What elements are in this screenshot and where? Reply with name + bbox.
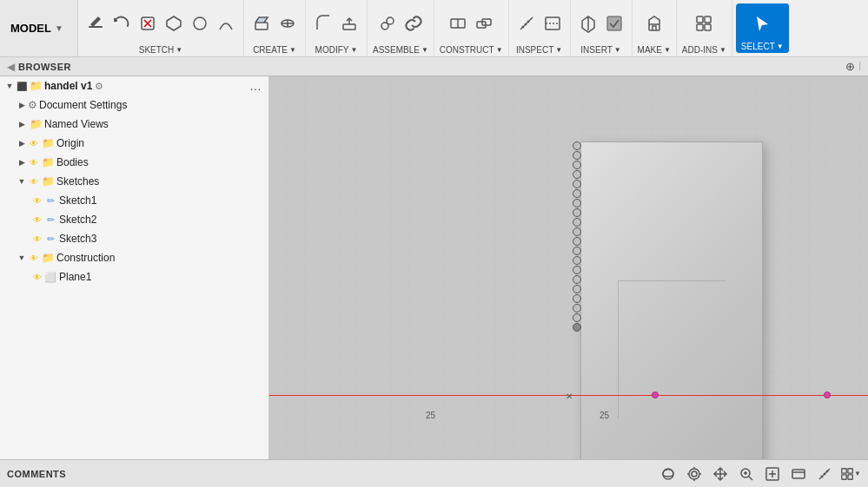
sketches-expand-btn[interactable]: ▼ <box>16 175 28 188</box>
toolbar-group-sketch[interactable]: SKETCH ▼ <box>78 0 244 56</box>
link-icon[interactable] <box>401 11 426 36</box>
toolbar-group-modify[interactable]: MODIFY ▼ <box>306 0 368 56</box>
sweep-icon[interactable] <box>214 11 238 36</box>
construction-folder-icon: 📁 <box>42 252 55 264</box>
midplane-icon[interactable] <box>446 11 470 36</box>
tree-item-sketches[interactable]: ▼ 👁 📁 Sketches <box>0 172 268 191</box>
measure-tool-icon[interactable] <box>814 464 835 484</box>
pan-icon[interactable] <box>710 464 731 484</box>
sketch2-label: Sketch2 <box>59 214 96 226</box>
tree-item-origin[interactable]: ▶ 👁 📁 Origin <box>0 134 268 153</box>
zoom-fit-icon[interactable] <box>762 464 783 484</box>
fillet-icon[interactable] <box>311 11 335 36</box>
toolbar-group-addins[interactable]: ADD-INS ▼ <box>677 0 732 56</box>
back-arrow-icon[interactable]: ◀ <box>7 61 15 73</box>
construction-eye-icon[interactable]: 👁 <box>28 252 40 264</box>
sketch-group-label[interactable]: SKETCH ▼ <box>139 45 182 55</box>
inspect-group-label[interactable]: INSPECT ▼ <box>516 45 562 55</box>
extrude-icon[interactable] <box>249 11 274 36</box>
tree-item-root[interactable]: ▼ ⬛ 📁 handel v1 ⚙ … <box>0 76 268 95</box>
revolve-icon[interactable] <box>275 11 300 36</box>
root-gear-icon[interactable]: ⚙ <box>95 81 103 92</box>
tree-item-bodies[interactable]: ▶ 👁 📁 Bodies <box>0 153 268 172</box>
display-settings-icon[interactable] <box>788 464 809 484</box>
insert-group-label[interactable]: INSERT ▼ <box>580 45 620 55</box>
modify-icons-row <box>311 3 361 43</box>
select-cursor-icon[interactable] <box>750 11 774 36</box>
make-dropdown-arrow: ▼ <box>664 46 671 54</box>
modify-group-label[interactable]: MODIFY ▼ <box>315 45 358 55</box>
tree-item-plane1[interactable]: 👁 ⬜ Plane1 <box>0 267 268 286</box>
root-expand-btn[interactable]: ▼ <box>3 80 16 92</box>
stop-sketch-icon[interactable] <box>136 11 160 36</box>
origin-expand-btn[interactable]: ▶ <box>16 137 28 149</box>
circle-icon[interactable] <box>188 11 212 36</box>
assemble-group-label[interactable]: ASSEMBLE ▼ <box>373 45 428 55</box>
make-group-label[interactable]: MAKE ▼ <box>638 45 671 55</box>
tree-item-sketch2[interactable]: 👁 ✏ Sketch2 <box>0 210 268 229</box>
model-tab[interactable]: MODEL ▼ <box>0 0 78 56</box>
sketches-folder-icon: 📁 <box>42 175 55 188</box>
polygon-icon[interactable] <box>162 11 186 36</box>
modify-dropdown-arrow: ▼ <box>350 46 357 54</box>
svg-line-28 <box>749 477 752 480</box>
construction-expand-btn[interactable]: ▼ <box>16 252 28 264</box>
doc-settings-label: Document Settings <box>39 99 127 111</box>
bodies-eye-icon[interactable]: 👁 <box>28 156 40 168</box>
create-group-label[interactable]: CREATE ▼ <box>253 45 296 55</box>
orbit-icon[interactable] <box>658 464 679 484</box>
named-views-expand-btn[interactable]: ▶ <box>16 118 28 130</box>
inspect-dropdown-arrow: ▼ <box>555 46 562 54</box>
bodies-expand-btn[interactable]: ▶ <box>16 156 28 168</box>
zoom-search-icon[interactable] <box>736 464 757 484</box>
tree-item-sketch3[interactable]: 👁 ✏ Sketch3 <box>0 229 268 248</box>
joint-icon[interactable] <box>375 11 400 36</box>
plane1-eye-icon[interactable]: 👁 <box>31 271 43 283</box>
sketch-tool-icon[interactable] <box>83 11 108 36</box>
insert-mesh-icon[interactable] <box>576 11 600 36</box>
named-views-label: Named Views <box>44 118 109 130</box>
select-group-label[interactable]: SELECT ▼ <box>741 42 784 51</box>
section-analysis-icon[interactable] <box>540 11 565 36</box>
toolbar-group-make[interactable]: MAKE ▼ <box>633 0 677 56</box>
snap-pink-dot <box>652 392 659 398</box>
press-pull-icon[interactable] <box>337 11 361 36</box>
construct-dropdown-arrow: ▼ <box>496 46 503 54</box>
addins-icons-row <box>692 3 716 43</box>
grid-settings-icon[interactable]: ▼ <box>840 464 861 484</box>
browser-add-icon[interactable]: ⊕ <box>845 60 855 73</box>
toolbar-group-inspect[interactable]: INSPECT ▼ <box>509 0 571 56</box>
sketch1-eye-icon[interactable]: 👁 <box>31 194 43 207</box>
root-dot-menu[interactable]: … <box>249 79 265 93</box>
sketch3-icon: ✏ <box>43 233 57 245</box>
sketch2-eye-icon[interactable]: 👁 <box>31 214 43 226</box>
3dprint-icon[interactable] <box>642 11 666 36</box>
tree-item-construction[interactable]: ▼ 👁 📁 Construction <box>0 248 268 267</box>
toolbar-group-select[interactable]: SELECT ▼ <box>736 3 790 53</box>
toolbar-group-construct[interactable]: CONSTRUCT ▼ <box>434 0 509 56</box>
addins-dropdown-arrow: ▼ <box>719 46 726 54</box>
insert-svg-icon[interactable] <box>602 11 626 36</box>
construct-group-label[interactable]: CONSTRUCT ▼ <box>440 45 503 55</box>
root-eye-icon[interactable]: ⬛ <box>16 80 28 92</box>
measure-icon[interactable] <box>514 11 539 36</box>
select-dropdown-arrow: ▼ <box>777 43 784 50</box>
viewport[interactable]: ✕ 25 25 <box>269 76 868 459</box>
offset-plane-icon[interactable] <box>472 11 496 36</box>
addins-icon[interactable] <box>692 11 716 36</box>
make-icons-row <box>642 3 666 43</box>
tree-item-named-views[interactable]: ▶ 📁 Named Views <box>0 115 268 134</box>
undo-icon[interactable] <box>109 11 134 36</box>
doc-settings-expand-btn[interactable]: ▶ <box>16 99 28 111</box>
sketch3-eye-icon[interactable]: 👁 <box>31 233 43 245</box>
toolbar-group-assemble[interactable]: ASSEMBLE ▼ <box>368 0 434 56</box>
addins-group-label[interactable]: ADD-INS ▼ <box>682 45 726 55</box>
tree-item-doc-settings[interactable]: ▶ ⚙ Document Settings <box>0 95 268 115</box>
doc-settings-gear-icon: ⚙ <box>28 99 37 111</box>
toolbar-group-create[interactable]: CREATE ▼ <box>244 0 306 56</box>
origin-eye-icon[interactable]: 👁 <box>28 137 40 149</box>
look-at-icon[interactable] <box>684 464 705 484</box>
toolbar-group-insert[interactable]: INSERT ▼ <box>571 0 633 56</box>
sketches-eye-icon[interactable]: 👁 <box>28 175 40 188</box>
tree-item-sketch1[interactable]: 👁 ✏ Sketch1 <box>0 191 268 210</box>
